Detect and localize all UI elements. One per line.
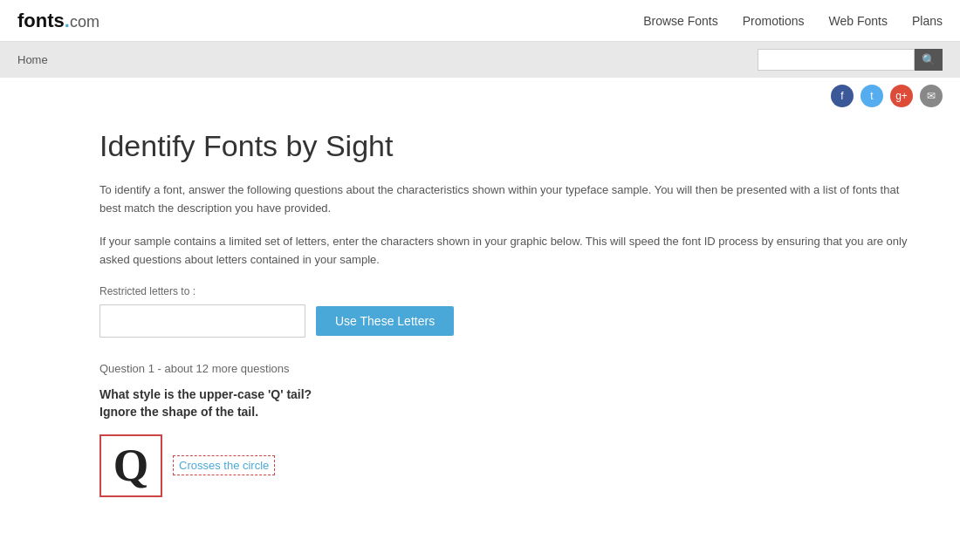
use-letters-button[interactable]: Use These Letters [316, 306, 454, 336]
facebook-icon[interactable]: f [831, 85, 854, 107]
nav-browse-fonts[interactable]: Browse Fonts [643, 14, 718, 28]
search-area: 🔍 [758, 49, 943, 71]
page-title: Identify Fonts by Sight [99, 128, 943, 164]
social-icons-bar: f t g+ ✉ [0, 78, 960, 111]
description-2: If your sample contains a limited set of… [99, 233, 920, 270]
nav-web-fonts[interactable]: Web Fonts [829, 14, 888, 28]
letters-row: Use These Letters [99, 304, 943, 338]
question-line-2: Ignore the shape of the tail. [99, 405, 943, 419]
answer-row: Q Crosses the circle [99, 434, 943, 497]
font-q-letter: Q [113, 443, 148, 488]
header: fonts.com Browse Fonts Promotions Web Fo… [0, 0, 960, 42]
logo-fonts: fonts [17, 10, 65, 32]
logo-com: com [70, 13, 99, 31]
restricted-letters-label: Restricted letters to : [99, 285, 943, 297]
crosses-the-circle-label[interactable]: Crosses the circle [173, 455, 275, 475]
restricted-letters-input[interactable] [99, 304, 305, 338]
breadcrumb-home[interactable]: Home [17, 53, 48, 66]
question-info: Question 1 - about 12 more questions [99, 362, 943, 375]
font-option-q[interactable]: Q [99, 434, 162, 497]
logo[interactable]: fonts.com [17, 10, 99, 32]
twitter-icon[interactable]: t [861, 85, 883, 107]
search-button[interactable]: 🔍 [915, 49, 943, 71]
nav-promotions[interactable]: Promotions [743, 14, 805, 28]
google-icon[interactable]: g+ [890, 85, 913, 107]
email-icon[interactable]: ✉ [920, 85, 943, 107]
breadcrumb-bar: Home 🔍 [0, 42, 960, 78]
question-line-1: What style is the upper-case 'Q' tail? [99, 387, 943, 401]
search-input[interactable] [758, 49, 915, 71]
main-nav: Browse Fonts Promotions Web Fonts Plans [643, 14, 943, 28]
nav-plans[interactable]: Plans [912, 14, 943, 28]
description-1: To identify a font, answer the following… [99, 181, 920, 218]
main-content: Identify Fonts by Sight To identify a fo… [0, 111, 960, 515]
